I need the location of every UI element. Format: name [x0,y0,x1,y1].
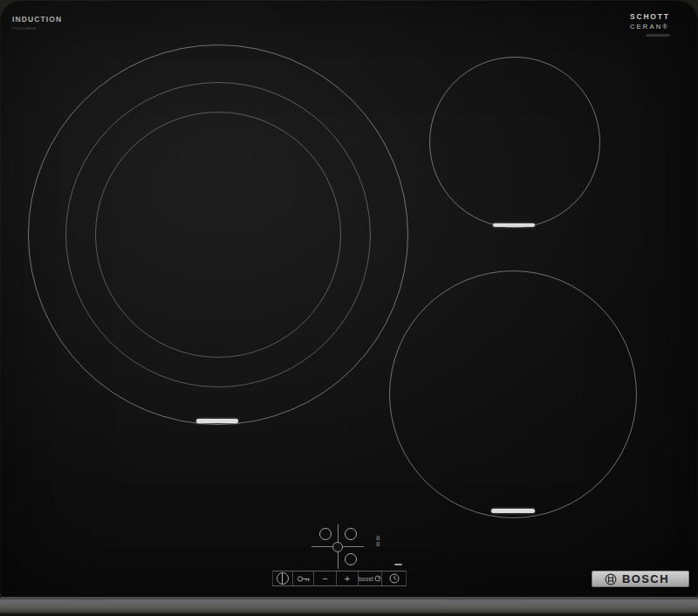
bottom-right-zone-ring [389,270,637,518]
front-trim-strip [0,597,698,614]
bosch-emblem-icon [605,573,617,585]
minus-key: − [313,572,336,585]
schott-wordmark: SCHOTT [630,12,670,21]
plus-key: + [336,572,358,585]
power-key [273,572,292,585]
left-zone-inner-ring [95,112,341,358]
power-icon [277,572,289,585]
bosch-wordmark: BOSCH [622,572,669,585]
surface-print-top-left: INDUCTION PID631BB5E [12,15,62,31]
top-right-zone-marker [493,223,535,227]
zone-select-bottom-right-key [345,553,357,565]
schott-ceran-logo: SCHOTT CERAN® [630,12,670,37]
top-right-zone-ring [429,57,600,228]
child-lock-key [292,572,313,585]
model-number: PID631BB5E [12,26,62,31]
boost-key: boost [358,572,381,585]
minute-indicator-dash [394,564,402,565]
induction-label: INDUCTION [12,15,62,24]
clock-icon [389,573,400,584]
glass-ceramic-surface: INDUCTION PID631BB5E SCHOTT CERAN® 88 [0,0,698,599]
bosch-badge: BOSCH [592,571,689,587]
key-icon [297,575,311,583]
induction-hob-photo: INDUCTION PID631BB5E SCHOTT CERAN® 88 [0,0,698,616]
timer-key [381,572,407,585]
zone-select-left-key [319,528,332,540]
left-zone-marker [196,419,238,423]
bottom-right-zone-marker [491,509,535,513]
touch-control-row: − + boost [272,571,407,586]
timer-display-print: 88 [376,536,382,547]
schott-fine-print [646,34,670,37]
boost-label: boost [359,576,373,582]
boost-gauge-icon [374,575,381,582]
ceran-wordmark: CERAN® [630,23,670,31]
zone-selector-center-icon [332,542,343,552]
zone-select-top-right-key [345,528,357,540]
